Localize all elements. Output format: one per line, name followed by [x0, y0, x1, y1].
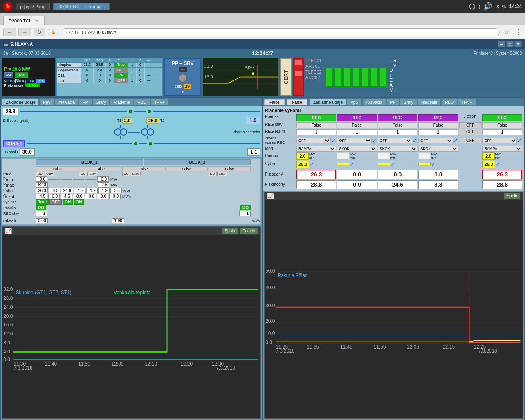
- zmena-select-1[interactable]: OFF: [296, 138, 331, 143]
- mi-button[interactable]: [379, 67, 387, 87]
- mod-select-5[interactable]: RAMPA: [482, 146, 522, 152]
- right-tab-pps[interactable]: PpS: [347, 98, 362, 106]
- prietok-chart-btn[interactable]: Prietok: [240, 228, 258, 234]
- do-btn-4[interactable]: DO: [209, 172, 217, 176]
- mod-select-1[interactable]: RAMPA: [296, 146, 336, 152]
- e-button[interactable]: [361, 67, 369, 87]
- tlfc02-indicator: [295, 71, 302, 76]
- tab-riadenie[interactable]: Riadenie: [110, 98, 133, 106]
- sie-val: 28.8: [3, 108, 18, 115]
- taskbar-terminal-btn[interactable]: pi@pi2: /tmp: [16, 3, 50, 10]
- p-skutocny-2: 0.0: [337, 180, 377, 189]
- vypinac-on-2[interactable]: ON: [63, 199, 73, 205]
- reg-2[interactable]: REG: [337, 114, 377, 121]
- prietok-unit: m3/s: [251, 219, 260, 223]
- prietok-label: Prietok: [3, 219, 35, 223]
- p-skutocny-4: 3.8: [418, 180, 458, 189]
- stav-btn-3[interactable]: Stav: [131, 172, 141, 176]
- stav-btn-4[interactable]: Stav: [217, 172, 227, 176]
- d-button[interactable]: [343, 67, 351, 87]
- status-login: Prihlásený : SystemD2000: [473, 51, 522, 56]
- right-tab-aktivacia[interactable]: Aktivácia: [362, 98, 386, 106]
- left-chart-svg: 32.0 28.0 24.0 20.0 16.0 12.0 8.0 4.0 0.…: [2, 235, 260, 418]
- false-btn-1[interactable]: False: [264, 99, 285, 105]
- svg-text:4.0: 4.0: [3, 349, 10, 355]
- ponuka-do-2[interactable]: DO: [240, 205, 251, 210]
- vypinac-on-3[interactable]: ON: [74, 199, 84, 205]
- browser-menu-icon[interactable]: ⋮: [515, 28, 522, 36]
- tab-pps[interactable]: PpS: [39, 98, 54, 106]
- skupina-label: Skupina: [57, 63, 81, 67]
- zmena-select-3[interactable]: OFF: [378, 138, 412, 143]
- t2-val: 25.9: [146, 117, 159, 124]
- mod-select-3[interactable]: SKOK: [378, 146, 417, 152]
- tab-pp[interactable]: PP: [79, 98, 92, 106]
- tab-grafy[interactable]: Grafy: [92, 98, 110, 106]
- reg-4[interactable]: REG: [418, 114, 458, 121]
- reg-3[interactable]: REG: [378, 114, 417, 121]
- url-bar[interactable]: 172.16.0.159:28080/tlfc/#: [61, 28, 500, 36]
- right-spolu-btn[interactable]: Spolu: [504, 193, 520, 199]
- obna-box: OBNA_I: [3, 140, 25, 147]
- browser-tab-close[interactable]: ✕: [35, 18, 39, 24]
- reg-1[interactable]: REG: [296, 114, 336, 121]
- frekvencia-label: Frekvencia: [4, 83, 23, 87]
- right-tab-grafy[interactable]: Grafy: [399, 98, 417, 106]
- p-skutocny-5: 28.8: [482, 180, 522, 189]
- tab-trvplus[interactable]: TRV+: [150, 98, 168, 106]
- browser-tab[interactable]: D2000 TCL ✕: [3, 16, 45, 25]
- spolu-btn[interactable]: Spolu: [222, 228, 238, 234]
- taskbar-time: 14:24: [509, 4, 522, 9]
- tab-rbo[interactable]: RBO: [134, 98, 150, 106]
- stav-btn-1[interactable]: Stav: [45, 172, 54, 176]
- false-btn-2[interactable]: False: [287, 99, 307, 105]
- bus-bottom-val: 1.1: [247, 148, 260, 156]
- right-tab-riadenie[interactable]: Riadenie: [417, 98, 441, 106]
- trvplus-label: TRV+: [15, 72, 28, 78]
- ponuka-do[interactable]: DO: [36, 205, 46, 210]
- right-tab-trvplus[interactable]: TRV+: [458, 98, 476, 106]
- tab-aktivacia[interactable]: Aktivácia: [55, 98, 79, 106]
- do-btn-3[interactable]: DO: [122, 172, 130, 176]
- nav-forward-button[interactable]: →: [18, 28, 31, 36]
- svg-text:7.3.2018: 7.3.2018: [478, 348, 497, 353]
- t-button[interactable]: [352, 67, 360, 87]
- reg-5[interactable]: REG: [482, 114, 522, 121]
- check-2: ✓: [372, 137, 377, 144]
- mod-select-2[interactable]: SKOK: [337, 146, 377, 152]
- p-skutocny-3: 24.6: [378, 180, 417, 189]
- vykon-5: 25.0: [482, 161, 495, 168]
- stav-btn-2[interactable]: Stav: [88, 172, 97, 176]
- zmena-select-5[interactable]: OFF: [482, 138, 517, 143]
- app-titlebar: ☰ S.HLAVNA − □ ✕: [0, 39, 525, 49]
- svg-text:Skupina (GT1, GT2, ST1): Skupina (GT1, GT2, ST1): [16, 290, 72, 295]
- sie-label: SIE spolu (prah): [3, 118, 36, 123]
- do-btn-1[interactable]: DO: [36, 172, 44, 176]
- close-button[interactable]: ✕: [514, 41, 522, 47]
- nav-refresh-button[interactable]: ↻: [34, 28, 45, 36]
- lv-button[interactable]: [334, 67, 342, 87]
- bus-top: [20, 111, 127, 112]
- bookmark-star-icon[interactable]: ☆: [504, 28, 509, 36]
- right-tab-rbo[interactable]: RBO: [441, 98, 458, 106]
- do-btn-2[interactable]: DO: [79, 172, 87, 176]
- a-button[interactable]: [370, 67, 378, 87]
- svg-text:12.0: 12.0: [3, 331, 13, 337]
- right-tab-zakladne[interactable]: Základné údaje: [310, 98, 346, 106]
- maximize-button[interactable]: □: [506, 41, 514, 47]
- kogeneracia-label: Kogeneracia: [57, 68, 81, 73]
- tab-zakladne-udaje[interactable]: Základné údaje: [2, 98, 39, 106]
- tg-val: 30.0: [20, 148, 35, 156]
- mod-select-4[interactable]: SKOK: [418, 146, 458, 152]
- vypinac-off-1[interactable]: OFF: [49, 199, 62, 205]
- zmena-select-2[interactable]: OFF: [337, 138, 371, 143]
- svg-text:7.3.2018: 7.3.2018: [216, 365, 235, 371]
- nav-back-button[interactable]: ←: [3, 28, 16, 36]
- mod-label: Mód: [265, 146, 296, 151]
- app-icon: ☰: [3, 41, 9, 47]
- lr-button[interactable]: [325, 67, 333, 87]
- right-tab-pp[interactable]: PP: [386, 98, 399, 106]
- zmena-select-4[interactable]: OFF: [418, 138, 453, 143]
- taskbar-browser-btn[interactable]: D2000 TCL - Chromiu...: [53, 3, 110, 10]
- minimize-button[interactable]: −: [498, 41, 505, 47]
